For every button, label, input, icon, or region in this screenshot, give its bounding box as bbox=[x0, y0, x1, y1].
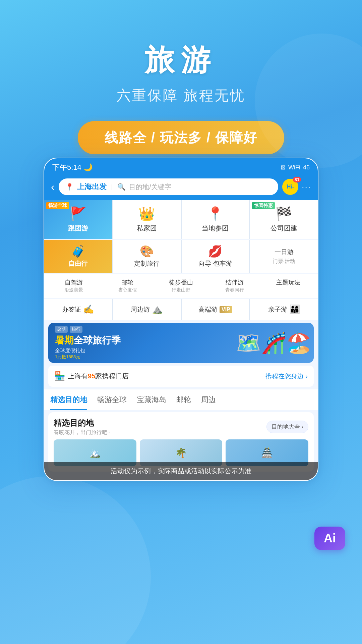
tab-nearby[interactable]: 周边 bbox=[201, 395, 216, 410]
tab-global[interactable]: 畅游全球 bbox=[97, 395, 127, 410]
wifi-icon: WiFi bbox=[288, 164, 300, 171]
tab-cruise[interactable]: 邮轮 bbox=[176, 395, 191, 410]
group-tour-icon: 🚩 bbox=[70, 206, 86, 222]
hero-subtitle: 六重保障 旅程无忧 bbox=[0, 86, 362, 105]
battery-icon: 46 bbox=[303, 164, 310, 171]
badge-family[interactable]: 亲子游 👨‍👩‍👦 bbox=[250, 299, 318, 320]
status-time: 下午5:14 🌙 bbox=[52, 162, 93, 172]
link-companion[interactable]: 结伴游 青春同行 bbox=[208, 278, 261, 293]
visa-icon: ✍️ bbox=[83, 304, 94, 315]
store-icon: 🏪 bbox=[54, 371, 65, 381]
promotional-banner[interactable]: 暑期 旅行 暑期全球旅行季 全球度假礼包 1元抵1888元 🗺️🎢🏖️ bbox=[48, 323, 314, 363]
badge-row: 办签证 ✍️ 周边游 ⛰️ 高端游 VIP 亲子游 👨‍👩‍👦 bbox=[44, 299, 318, 320]
category-guide-tour[interactable]: 💋 向导·包车游 bbox=[182, 240, 249, 273]
avatar-button[interactable]: Hi- 81 bbox=[282, 179, 298, 195]
category-free-tour[interactable]: 🧳 自由行 bbox=[44, 240, 112, 273]
hero-badge: 线路全 / 玩法多 / 保障好 bbox=[78, 121, 285, 154]
notification-badge: 81 bbox=[293, 177, 301, 182]
link-cruise[interactable]: 邮轮 省心度假 bbox=[101, 278, 154, 293]
store-left: 🏪 上海有95家携程门店 bbox=[54, 371, 129, 381]
nearby-icon: ⛰️ bbox=[152, 304, 163, 315]
featured-title-area: 精选目的地 春暖花开，出门旅行吧~ bbox=[54, 418, 110, 436]
status-right: ⊠ WiFi 46 bbox=[281, 164, 310, 171]
tab-featured[interactable]: 精选目的地 bbox=[50, 395, 87, 410]
ai-label: Ai bbox=[324, 531, 336, 545]
banner-title: 暑期全球旅行季 bbox=[55, 334, 121, 347]
category-private-tour[interactable]: 👑 私家团 bbox=[113, 200, 181, 239]
status-bar: 下午5:14 🌙 ⊠ WiFi 46 bbox=[44, 158, 318, 175]
more-button[interactable]: ··· bbox=[302, 182, 311, 192]
app-content: 畅游全球 🚩 跟团游 👑 私家团 📍 当地参团 惊喜特惠 🏁 公司团建 🧳 bbox=[44, 200, 318, 480]
category-company-tour[interactable]: 惊喜特惠 🏁 公司团建 bbox=[250, 200, 318, 239]
store-link[interactable]: 携程在您身边 › bbox=[265, 372, 308, 381]
vip-badge: VIP bbox=[220, 306, 232, 313]
group-tour-tag: 畅游全球 bbox=[46, 202, 69, 209]
nav-actions: Hi- 81 ··· bbox=[282, 179, 311, 195]
private-tour-icon: 👑 bbox=[138, 206, 155, 222]
nav-bar: ‹ 📍 上海出发 | 🔍 目的地/关键字 Hi- 81 ··· bbox=[44, 175, 318, 200]
badge-nearby[interactable]: 周边游 ⛰️ bbox=[113, 299, 181, 320]
tab-island[interactable]: 宝藏海岛 bbox=[137, 395, 166, 410]
free-tour-icon: 🧳 bbox=[71, 245, 85, 258]
banner-text: 暑期 旅行 暑期全球旅行季 全球度假礼包 1元抵1888元 bbox=[48, 326, 127, 360]
company-tag: 惊喜特惠 bbox=[252, 202, 275, 209]
company-tour-icon: 🏁 bbox=[276, 206, 292, 222]
group-tour-label: 跟团游 bbox=[68, 224, 88, 233]
category-day-tour[interactable]: 一日游 门票·活动 bbox=[250, 240, 318, 273]
store-info: 🏪 上海有95家携程门店 携程在您身边 › bbox=[48, 366, 314, 387]
back-button[interactable]: ‹ bbox=[51, 181, 55, 193]
category-custom-tour[interactable]: 🎨 定制旅行 bbox=[113, 240, 181, 273]
category-group-tour[interactable]: 畅游全球 🚩 跟团游 bbox=[44, 200, 112, 239]
local-tour-label: 当地参团 bbox=[202, 224, 229, 233]
hero-section: 旅游 六重保障 旅程无忧 线路全 / 玩法多 / 保障好 bbox=[0, 0, 362, 154]
banner-promo: 1元抵1888元 bbox=[55, 354, 121, 360]
page-title: 旅游 bbox=[0, 40, 362, 80]
store-text: 上海有95家携程门店 bbox=[68, 372, 129, 381]
search-placeholder: 目的地/关键字 bbox=[129, 182, 171, 192]
depart-city: 上海出发 bbox=[77, 182, 107, 192]
private-tour-label: 私家团 bbox=[137, 224, 157, 233]
company-tour-label: 公司团建 bbox=[270, 224, 297, 233]
free-tour-label: 自由行 bbox=[68, 259, 87, 268]
disclaimer: 活动仅为示例，实际商品或活动以实际公示为准 bbox=[44, 462, 318, 480]
link-row: 自驾游 沿途美景 邮轮 省心度假 徒步登山 行走山野 结伴游 青春同行 主题玩法 bbox=[44, 274, 318, 298]
link-hiking[interactable]: 徒步登山 行走山野 bbox=[154, 278, 208, 293]
category-grid-1: 畅游全球 🚩 跟团游 👑 私家团 📍 当地参团 惊喜特惠 🏁 公司团建 bbox=[44, 200, 318, 239]
custom-tour-icon: 🎨 bbox=[140, 245, 154, 258]
featured-link-button[interactable]: 目的地大全 › bbox=[266, 421, 308, 433]
ai-button[interactable]: Ai bbox=[314, 527, 345, 550]
featured-subtitle: 春暖花开，出门旅行吧~ bbox=[54, 429, 110, 436]
search-bar[interactable]: 📍 上海出发 | 🔍 目的地/关键字 bbox=[59, 178, 279, 195]
custom-tour-label: 定制旅行 bbox=[134, 259, 160, 268]
banner-subtitle: 全球度假礼包 bbox=[55, 347, 121, 354]
category-local-tour[interactable]: 📍 当地参团 bbox=[182, 200, 249, 239]
featured-header: 精选目的地 春暖花开，出门旅行吧~ 目的地大全 › bbox=[54, 418, 308, 436]
link-self-drive[interactable]: 自驾游 沿途美景 bbox=[47, 278, 101, 293]
family-icon: 👨‍👩‍👦 bbox=[289, 304, 300, 315]
search-icon: 🔍 bbox=[117, 183, 126, 191]
local-tour-icon: 📍 bbox=[207, 206, 224, 222]
badge-luxury[interactable]: 高端游 VIP bbox=[182, 299, 249, 320]
signal-icon: ⊠ bbox=[281, 164, 286, 171]
location-icon: 📍 bbox=[65, 183, 74, 191]
tabs-row: 精选目的地 畅游全球 宝藏海岛 邮轮 周边 bbox=[44, 389, 318, 410]
category-grid-2: 🧳 自由行 🎨 定制旅行 💋 向导·包车游 一日游 门票·活动 bbox=[44, 240, 318, 273]
phone-mockup: 下午5:14 🌙 ⊠ WiFi 46 ‹ 📍 上海出发 | 🔍 目的地/关键字 … bbox=[44, 158, 318, 481]
badge-visa[interactable]: 办签证 ✍️ bbox=[44, 299, 112, 320]
guide-tour-label: 向导·包车游 bbox=[198, 259, 232, 268]
day-tour-label: 一日游 bbox=[275, 248, 294, 257]
banner-image: 🗺️🎢🏖️ bbox=[233, 323, 314, 363]
link-theme[interactable]: 主题玩法 bbox=[261, 278, 315, 293]
guide-tour-icon: 💋 bbox=[208, 245, 222, 258]
ticket-label: 门票·活动 bbox=[273, 258, 295, 265]
banner-tags: 暑期 旅行 bbox=[55, 326, 121, 333]
featured-title: 精选目的地 bbox=[54, 418, 110, 428]
